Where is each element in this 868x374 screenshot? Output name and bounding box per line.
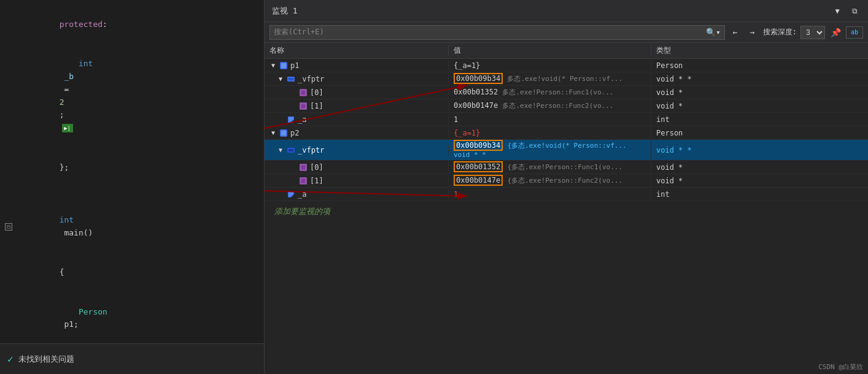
svg-rect-7 xyxy=(301,104,306,108)
row-value: 1 xyxy=(449,114,651,125)
col-value-header: 值 xyxy=(449,45,651,56)
row-name: ▼ _vfptr xyxy=(265,145,449,156)
tree-toggle xyxy=(289,177,296,185)
code-line: }; xyxy=(0,148,264,187)
table-row[interactable]: _a 1 int xyxy=(265,113,868,126)
row-type: int xyxy=(651,189,868,200)
code-line: protected: xyxy=(0,5,264,44)
tree-toggle xyxy=(277,191,284,198)
vfptr-icon xyxy=(287,146,295,155)
svg-rect-17 xyxy=(301,178,306,183)
row-value: 0x00b01352 多态.exe!Person::Func1(vo... xyxy=(449,86,651,98)
search-box[interactable]: 搜索(Ctrl+E) 🔍▾ xyxy=(269,25,725,40)
svg-marker-19 xyxy=(289,192,293,197)
table-header: 名称 值 类型 xyxy=(265,43,868,59)
search-icon[interactable]: 🔍▾ xyxy=(706,28,721,37)
watch-toolbar: 搜索(Ctrl+E) 🔍▾ ← → 搜索深度: 3 1 2 4 5 📌 ab xyxy=(265,22,868,43)
row-name: [1] xyxy=(265,101,449,112)
row-type: void * xyxy=(651,162,868,173)
collapse-button[interactable]: ⊟ xyxy=(5,223,12,231)
svg-rect-5 xyxy=(301,90,306,94)
tree-toggle[interactable]: ▼ xyxy=(269,62,277,69)
watch-panel: 监视 1 ▼ ⧉ 搜索(Ctrl+E) 🔍▾ ← → 搜索深度: 3 1 2 4… xyxy=(264,0,868,374)
watch-title: 监视 1 xyxy=(272,6,826,17)
row-name: [0] xyxy=(265,87,449,98)
tree-toggle[interactable]: ▼ xyxy=(277,75,284,83)
row-value: 0x00b0147e {多态.exe!Person::Func2(vo... xyxy=(449,175,651,186)
dropdown-button[interactable]: ▼ xyxy=(831,5,843,17)
row-name: ▼ _vfptr xyxy=(265,74,449,85)
row-value: 0x00b0147e 多态.exe!Person::Func2(vo... xyxy=(449,100,651,112)
code-line: int _b = 2 ; ▶| xyxy=(0,44,264,147)
svg-rect-11 xyxy=(281,131,286,135)
tree-toggle xyxy=(289,89,296,96)
array-icon xyxy=(299,163,308,172)
status-bar: ✓ 未找到相关问题 xyxy=(0,343,264,374)
watch-table: ▼ p1 {_a=1} Person ▼ _vfptr 0x00 xyxy=(265,59,868,374)
line-content: Person p1; xyxy=(18,293,264,344)
table-row[interactable]: [0] 0x00b01352 {多态.exe!Person::Func1(vo.… xyxy=(265,161,868,174)
depth-select[interactable]: 3 1 2 4 5 xyxy=(800,26,825,39)
row-type: void * xyxy=(651,101,868,112)
vfptr-icon xyxy=(287,75,295,83)
row-name: ▼ p1 xyxy=(265,60,449,71)
row-name: _a xyxy=(265,189,449,200)
search-placeholder: 搜索(Ctrl+E) xyxy=(274,27,324,37)
tree-toggle xyxy=(277,116,284,123)
row-type: Person xyxy=(651,128,868,139)
row-type: void * * xyxy=(651,74,868,85)
line-gutter: ⊟ xyxy=(0,221,18,232)
array-icon xyxy=(299,88,308,97)
row-value: {_a=1} xyxy=(449,128,651,139)
person-icon xyxy=(279,61,288,70)
table-row[interactable]: [1] 0x00b0147e {多态.exe!Person::Func2(vo.… xyxy=(265,174,868,188)
code-area: protected: int _b = 2 ; ▶| }; ⊟ xyxy=(0,0,264,374)
table-row[interactable]: ▼ _vfptr 0x00b09b34 多态.exe!void(* Person… xyxy=(265,72,868,86)
status-icon: ✓ xyxy=(7,353,14,365)
table-row[interactable]: _a 1 int xyxy=(265,188,868,201)
forward-button[interactable]: → xyxy=(746,26,759,39)
row-value: 1 xyxy=(449,189,651,200)
array-icon xyxy=(299,177,308,185)
restore-button[interactable]: ⧉ xyxy=(848,5,861,17)
table-row[interactable]: ▼ p2 {_a=1} Person xyxy=(265,126,868,140)
row-value: 0x00b09b34 {多态.exe!void(* Person::vf... … xyxy=(449,140,651,160)
code-line: ⊟ int main() xyxy=(0,200,264,253)
abc-button[interactable]: ab xyxy=(846,26,863,39)
back-button[interactable]: ← xyxy=(729,26,742,39)
tree-toggle xyxy=(289,164,296,171)
play-button[interactable]: ▶| xyxy=(62,124,73,132)
svg-rect-3 xyxy=(289,78,293,80)
row-name: [1] xyxy=(265,175,449,186)
code-panel: protected: int _b = 2 ; ▶| }; ⊟ xyxy=(0,0,264,374)
pin-button[interactable]: 📌 xyxy=(829,26,842,39)
tree-toggle[interactable]: ▼ xyxy=(277,147,284,154)
footer-credit: CSDN @白菜欣 xyxy=(818,362,863,372)
watch-titlebar: 监视 1 ▼ ⧉ xyxy=(265,0,868,22)
table-row[interactable]: [1] 0x00b0147e 多态.exe!Person::Func2(vo..… xyxy=(265,99,868,113)
svg-rect-15 xyxy=(301,165,306,169)
table-row[interactable]: ▼ _vfptr 0x00b09b34 {多态.exe!void(* Perso… xyxy=(265,140,868,161)
col-type-header: 类型 xyxy=(651,45,868,56)
row-value: 0x00b01352 {多态.exe!Person::Func1(vo... xyxy=(449,161,651,173)
table-row[interactable]: ▼ p1 {_a=1} Person xyxy=(265,59,868,72)
col-name-header: 名称 xyxy=(265,45,449,56)
add-watch[interactable]: 添加要监视的项 xyxy=(265,201,868,222)
tree-toggle xyxy=(289,102,296,110)
line-content: { xyxy=(18,253,264,291)
table-row[interactable]: [0] 0x00b01352 多态.exe!Person::Func1(vo..… xyxy=(265,86,868,99)
line-content: int _b = 2 ; ▶| xyxy=(18,45,264,147)
svg-rect-1 xyxy=(281,63,286,68)
field-icon xyxy=(287,115,295,124)
code-line: Person p1; xyxy=(0,292,264,345)
array-icon xyxy=(299,102,308,110)
tree-toggle[interactable]: ▼ xyxy=(269,129,277,137)
row-name: ▼ p2 xyxy=(265,128,449,139)
svg-marker-9 xyxy=(289,117,293,122)
person-icon xyxy=(279,129,288,137)
line-content: protected: xyxy=(18,6,264,44)
row-type: void * xyxy=(651,175,868,186)
row-type: void * xyxy=(651,87,868,98)
code-line: { xyxy=(0,253,264,292)
row-name: _a xyxy=(265,114,449,125)
